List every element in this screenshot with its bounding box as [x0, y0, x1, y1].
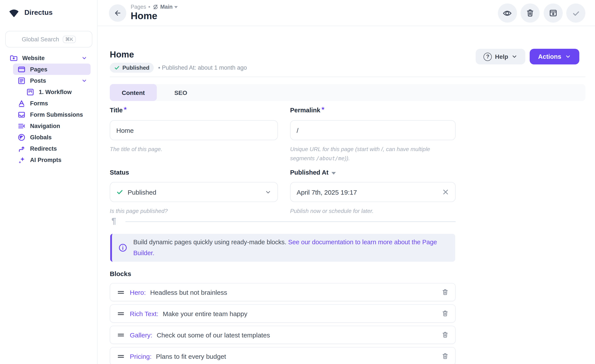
title-input[interactable]	[116, 126, 271, 134]
required-star-icon: ★	[123, 106, 127, 111]
global-search-input[interactable]: Global Search ⌘K	[5, 31, 92, 48]
sidebar-item-redirects[interactable]: Redirects	[13, 143, 91, 154]
sidebar-item-label: AI Prompts	[30, 156, 61, 163]
sidebar-item-form-submissions[interactable]: Form Submissions	[13, 109, 91, 120]
drag-handle-icon[interactable]	[117, 310, 125, 317]
trash-icon[interactable]	[441, 288, 449, 296]
sidebar-item-label: Website	[22, 55, 45, 61]
letter-a-icon	[17, 99, 26, 107]
caret-down-icon[interactable]	[332, 172, 336, 175]
globe-icon	[17, 133, 26, 141]
page-title: Home	[110, 50, 134, 60]
pilcrow-divider-icon: ¶	[112, 217, 116, 226]
sidebar-item-label: Form Submissions	[30, 111, 83, 118]
kanban-icon	[26, 88, 35, 96]
sidebar-item-pages[interactable]: Pages	[13, 63, 91, 75]
sidebar-nav: Website Pages	[0, 52, 98, 165]
directus-logo-icon	[9, 8, 19, 17]
block-title: Make your entire team happy	[163, 310, 248, 317]
block-row-pricing[interactable]: Pricing: Plans to fit every budget	[110, 347, 456, 364]
check-icon	[116, 189, 123, 196]
folder-star-icon	[10, 54, 18, 62]
required-star-icon: ★	[321, 106, 325, 111]
sidebar-item-label: Redirects	[30, 145, 57, 152]
version-sync-icon	[152, 4, 159, 10]
tab-strip: Content SEO	[110, 84, 585, 101]
actions-button[interactable]: Actions	[530, 49, 579, 64]
chevron-down-icon	[565, 54, 571, 60]
actions-button-label: Actions	[538, 53, 561, 60]
check-icon	[114, 65, 120, 70]
block-type-label[interactable]: Gallery:	[130, 331, 152, 338]
sidebar-item-forms[interactable]: Forms	[13, 98, 91, 109]
brand-name: Directus	[24, 9, 53, 17]
preview-button[interactable]	[498, 3, 517, 23]
published-at-input[interactable]: April 7th, 2025 19:17	[290, 182, 456, 202]
block-type-label[interactable]: Rich Text:	[130, 310, 158, 317]
eye-icon	[502, 8, 512, 18]
sidebar-item-label: Posts	[30, 77, 46, 84]
info-icon	[118, 243, 128, 252]
sidebar-item-globals[interactable]: Globals	[13, 132, 91, 143]
published-meta: • Published At: about 1 month ago	[158, 64, 247, 71]
block-title: Plans to fit every budget	[156, 352, 226, 360]
check-icon	[571, 8, 581, 18]
tab-seo[interactable]: SEO	[157, 84, 205, 101]
document-title: Home	[131, 10, 157, 22]
drag-handle-icon[interactable]	[117, 352, 125, 360]
status-select[interactable]: Published	[110, 182, 278, 202]
sidebar-item-label: Pages	[30, 66, 48, 72]
caret-down-icon	[174, 6, 178, 8]
brand-logo[interactable]: Directus	[9, 8, 53, 17]
sidebar-item-label: Navigation	[30, 123, 60, 129]
article-icon	[17, 77, 26, 85]
arrow-left-icon	[113, 9, 122, 17]
block-row-hero[interactable]: Hero: Headless but not brainless	[110, 283, 456, 301]
redirect-arrow-icon	[17, 144, 26, 153]
trash-icon[interactable]	[441, 331, 449, 339]
block-row-rich-text[interactable]: Rich Text: Make your entire team happy	[110, 304, 456, 323]
permalink-input[interactable]	[297, 126, 449, 134]
archive-icon	[548, 8, 558, 18]
search-placeholder: Global Search	[22, 36, 59, 42]
drag-handle-icon[interactable]	[117, 331, 125, 338]
chevron-down-icon[interactable]	[81, 55, 87, 61]
tab-content[interactable]: Content	[110, 84, 157, 101]
sidebar-item-workflow[interactable]: 1. Workflow	[13, 86, 91, 98]
permalink-input-wrap	[290, 120, 456, 140]
tab-label: SEO	[174, 89, 187, 96]
sidebar-item-ai-prompts[interactable]: AI Prompts	[13, 154, 91, 165]
block-type-label[interactable]: Hero:	[130, 288, 146, 296]
trash-icon	[525, 8, 535, 18]
archive-button[interactable]	[543, 3, 563, 23]
block-row-gallery[interactable]: Gallery: Check out some of our latest te…	[110, 326, 456, 344]
sidebar-item-posts[interactable]: Posts	[13, 75, 91, 86]
delete-button[interactable]	[521, 3, 540, 23]
top-bar: Pages • Main Home	[98, 0, 595, 26]
window-icon	[17, 65, 26, 73]
clear-icon[interactable]	[442, 189, 449, 196]
help-button[interactable]: Help	[476, 49, 525, 64]
chevron-down-icon	[511, 54, 517, 60]
version-label: Main	[160, 4, 173, 10]
block-type-label[interactable]: Pricing:	[130, 352, 152, 360]
save-button[interactable]	[566, 3, 585, 23]
chevron-down-icon[interactable]	[81, 78, 87, 83]
version-menu[interactable]: Main	[152, 4, 178, 10]
drag-handle-icon[interactable]	[117, 288, 125, 296]
directus-app: Directus Global Search ⌘K Website	[0, 0, 595, 364]
title-note: The title of this page.	[110, 145, 162, 154]
status-row: Published • Published At: about 1 month …	[110, 63, 247, 73]
sidebar-item-label: Globals	[30, 134, 52, 140]
header-divider	[110, 77, 585, 77]
permalink-note: Unique URL for this page (start with /, …	[290, 145, 456, 163]
back-button[interactable]	[109, 4, 126, 22]
sidebar-item-navigation[interactable]: Navigation	[13, 120, 91, 132]
top-action-buttons	[498, 3, 585, 23]
trash-icon[interactable]	[441, 310, 449, 317]
breadcrumb-collection[interactable]: Pages	[131, 4, 146, 10]
blocks-heading: Blocks	[110, 270, 131, 277]
trash-icon[interactable]	[441, 352, 449, 360]
breadcrumb: Pages • Main	[131, 4, 178, 10]
sidebar-item-website[interactable]: Website	[10, 52, 91, 63]
